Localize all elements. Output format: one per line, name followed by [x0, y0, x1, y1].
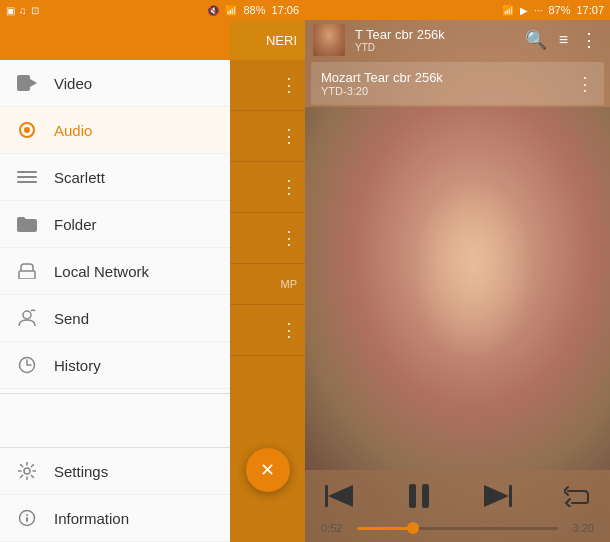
pause-button[interactable] — [401, 478, 437, 514]
player-toolbar: T Tear cbr 256k YTD 🔍 ≡ ⋮ — [305, 20, 610, 60]
next-button[interactable] — [480, 481, 516, 511]
settings-icon — [16, 460, 38, 482]
middle-panel: NERI ⋮ ⋮ ⋮ ⋮ MP ⋮ ✕ — [230, 20, 305, 542]
sidebar-item-folder[interactable]: Folder — [0, 201, 230, 248]
svg-rect-16 — [409, 484, 416, 508]
video-icon — [16, 72, 38, 94]
music-icon: ♫ — [19, 5, 27, 16]
sidebar-item-video[interactable]: Video — [0, 60, 230, 107]
status-bar: ▣ ♫ ⊡ 🔇 📶 88% 17:06 📶 ▶ ··· 87% 17:07 — [0, 0, 610, 20]
info-icon — [16, 507, 38, 529]
svg-point-8 — [23, 311, 31, 319]
sidebar-item-settings[interactable]: Settings — [0, 448, 230, 495]
sidebar-label-history: History — [54, 357, 101, 374]
fab-button[interactable]: ✕ — [246, 448, 290, 492]
album-art — [313, 24, 345, 56]
sidebar-divider — [0, 393, 230, 394]
sidebar-item-scarlett[interactable]: Scarlett — [0, 154, 230, 201]
more-icon[interactable]: ⋮ — [576, 25, 602, 55]
notification-icon: ▣ — [6, 5, 15, 16]
player-subtitle: YTD — [355, 42, 511, 53]
svg-rect-4 — [17, 171, 37, 173]
middle-item-1[interactable]: ⋮ — [230, 60, 305, 111]
sidebar-label-information: Information — [54, 510, 129, 527]
time-total: 3:20 — [564, 522, 594, 534]
sidebar-item-information[interactable]: Information — [0, 495, 230, 542]
sidebar-header — [0, 20, 230, 60]
player-title-area: T Tear cbr 256k YTD — [349, 27, 517, 53]
progress-thumb[interactable] — [407, 522, 419, 534]
svg-point-12 — [26, 514, 28, 516]
svg-marker-19 — [484, 485, 509, 507]
svg-rect-14 — [325, 485, 328, 507]
progress-bar[interactable] — [357, 527, 558, 530]
prev-button[interactable] — [321, 481, 357, 511]
sidebar-label-settings: Settings — [54, 463, 108, 480]
svg-rect-13 — [26, 517, 28, 522]
svg-rect-7 — [19, 271, 35, 279]
sidebar-label-scarlett: Scarlett — [54, 169, 105, 186]
more-dots-3[interactable]: ⋮ — [280, 176, 297, 198]
sidebar: Video Audio Scarlett — [0, 20, 230, 542]
track-list-item[interactable]: Mozart Tear cbr 256k YTD-3:20 ⋮ — [311, 62, 604, 105]
folder-icon — [16, 213, 38, 235]
sidebar-item-audio[interactable]: Audio — [0, 107, 230, 154]
more-dots-4[interactable]: ⋮ — [280, 227, 297, 249]
dots-icon: ··· — [534, 5, 542, 16]
track-info: Mozart Tear cbr 256k YTD-3:20 — [321, 70, 576, 97]
face-highlight — [412, 180, 534, 362]
wifi-icon: 📶 — [225, 5, 237, 16]
middle-item-5[interactable]: ⋮ — [230, 305, 305, 356]
sidebar-item-local-network[interactable]: Local Network — [0, 248, 230, 295]
svg-rect-5 — [17, 176, 37, 178]
svg-rect-6 — [17, 181, 37, 183]
more-dots-5[interactable]: ⋮ — [280, 319, 297, 341]
track-more-icon[interactable]: ⋮ — [576, 73, 594, 95]
svg-marker-15 — [328, 485, 353, 507]
left-time: 17:06 — [271, 4, 299, 16]
track-name: Mozart Tear cbr 256k — [321, 70, 576, 85]
player-panel: T Tear cbr 256k YTD 🔍 ≡ ⋮ Mozart Tear cb… — [305, 20, 610, 542]
sidebar-item-history[interactable]: History — [0, 342, 230, 389]
player-content: T Tear cbr 256k YTD 🔍 ≡ ⋮ Mozart Tear cb… — [305, 20, 610, 542]
progress-area: 0:52 3:20 — [321, 522, 594, 534]
svg-marker-1 — [30, 79, 37, 87]
search-icon[interactable]: 🔍 — [521, 25, 551, 55]
left-battery: 88% — [243, 4, 265, 16]
track-meta: YTD-3:20 — [321, 85, 576, 97]
middle-item-2[interactable]: ⋮ — [230, 111, 305, 162]
right-battery: 87% — [548, 4, 570, 16]
send-icon — [16, 307, 38, 329]
status-bar-left: ▣ ♫ ⊡ 🔇 📶 88% 17:06 — [0, 0, 305, 20]
player-controls: 0:52 3:20 — [305, 470, 610, 542]
signal-icon: 📶 — [502, 5, 514, 16]
sidebar-label-folder: Folder — [54, 216, 97, 233]
svg-rect-17 — [422, 484, 429, 508]
history-icon — [16, 354, 38, 376]
audio-icon — [16, 119, 38, 141]
middle-item-mp[interactable]: MP — [230, 264, 305, 305]
middle-label-mp: MP — [281, 278, 298, 290]
middle-item-4[interactable]: ⋮ — [230, 213, 305, 264]
sidebar-label-send: Send — [54, 310, 89, 327]
player-title: T Tear cbr 256k — [355, 27, 511, 42]
svg-rect-18 — [509, 485, 512, 507]
left-status-icons: ▣ ♫ ⊡ — [6, 5, 39, 16]
time-current: 0:52 — [321, 522, 351, 534]
svg-point-3 — [24, 127, 30, 133]
more-dots-2[interactable]: ⋮ — [280, 125, 297, 147]
middle-header-text: NERI — [266, 33, 297, 48]
main-area: Video Audio Scarlett — [0, 20, 610, 542]
playlist-icon[interactable]: ≡ — [555, 27, 572, 53]
face-area — [305, 107, 610, 470]
face-visual — [305, 107, 610, 470]
svg-point-10 — [24, 468, 30, 474]
more-dots-1[interactable]: ⋮ — [280, 74, 297, 96]
repeat-button[interactable] — [560, 481, 594, 511]
middle-header: NERI — [230, 20, 305, 60]
sidebar-label-audio: Audio — [54, 122, 92, 139]
scarlett-icon — [16, 166, 38, 188]
middle-item-3[interactable]: ⋮ — [230, 162, 305, 213]
progress-fill — [357, 527, 413, 530]
sidebar-item-send[interactable]: Send — [0, 295, 230, 342]
